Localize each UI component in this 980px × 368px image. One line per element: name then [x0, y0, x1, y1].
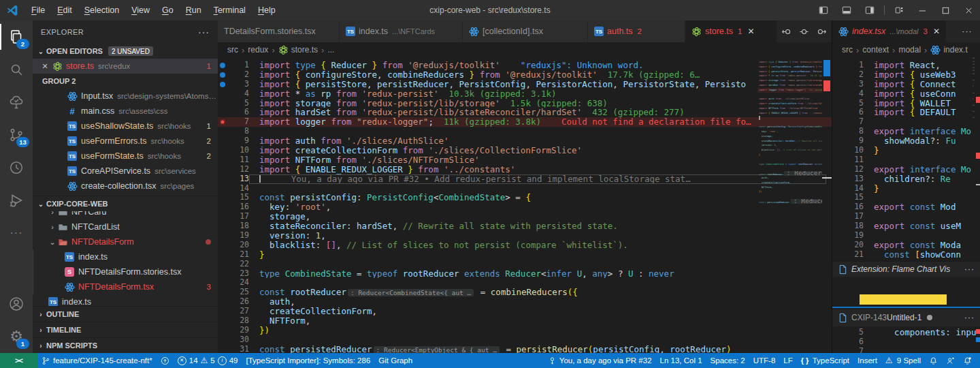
status-editor-mode[interactable]: Insert [853, 353, 881, 368]
gutter[interactable] [832, 337, 842, 347]
status-indentation[interactable]: Spaces: 2 [706, 353, 749, 368]
menu-go[interactable]: Go [156, 0, 180, 20]
gutter[interactable] [218, 108, 227, 117]
close-icon[interactable]: ✕ [747, 27, 754, 36]
gutter[interactable] [218, 89, 227, 99]
activity-search[interactable] [0, 53, 33, 86]
status-alerts[interactable] [925, 353, 942, 368]
open-editor-item-coreapiservice-ts[interactable]: TSCoreAPIService.tssrc\services [33, 164, 218, 179]
status-publish[interactable] [157, 353, 174, 368]
open-editor-item-store-ts[interactable]: ✕store.tssrc\redux1 [33, 59, 218, 74]
status-eol[interactable]: LF [779, 353, 796, 368]
gutter[interactable] [218, 307, 227, 316]
menu-help[interactable]: Help [252, 0, 282, 20]
gutter[interactable] [218, 202, 227, 212]
sidebar-more-actions-icon[interactable]: ··· [198, 27, 210, 37]
gutter[interactable] [218, 345, 227, 353]
pane-more-actions-icon[interactable]: ··· [960, 264, 975, 274]
breadcrumb-item[interactable]: src [227, 45, 238, 55]
activity-run-debug[interactable] [0, 184, 33, 217]
right-code-editor[interactable]: 1import React,2import { useWeb33import {… [832, 57, 980, 261]
workspace-header[interactable]: ⌄CXIP-CORE-WEB [33, 196, 218, 211]
activity-source-control[interactable]: 13 [0, 119, 33, 151]
activity-todo-tree[interactable] [0, 86, 33, 119]
gutter[interactable] [218, 174, 227, 184]
gutter[interactable] [218, 316, 227, 326]
gutter[interactable] [832, 202, 842, 212]
flame-chart-pane-header[interactable]: Extension: Flame Chart Vis ··· [832, 261, 980, 277]
gutter[interactable] [832, 212, 842, 221]
gutter[interactable] [832, 155, 842, 165]
status-branch[interactable]: feature/CXIP-145-create-nft* [37, 353, 157, 368]
open-editor-item-input-tsx[interactable]: Input.tsxsrc\design-systems\Atoms\I... [33, 89, 218, 104]
minimap[interactable]: import type { Reducer } from '@reduxjs/t… [757, 60, 822, 213]
section-timeline[interactable]: ›TIMELINE [33, 322, 218, 337]
menu-file[interactable]: File [25, 0, 51, 20]
gutter[interactable] [218, 241, 227, 250]
gutter[interactable] [218, 231, 227, 241]
gutter[interactable] [218, 260, 227, 269]
gutter[interactable] [218, 165, 227, 174]
nav-dot-icon[interactable] [795, 22, 813, 40]
breadcrumb-item[interactable]: store.ts [291, 45, 318, 55]
open-editor-item-create-collection-tsx[interactable]: create-collection.tsxsrc\pages [33, 179, 218, 194]
tree-item-index-ts[interactable]: TSindex.ts [33, 249, 218, 264]
minimize-button[interactable] [911, 0, 934, 20]
activity-account[interactable] [0, 288, 33, 320]
nav-forward-icon[interactable] [813, 22, 830, 40]
gutter[interactable] [218, 99, 227, 108]
menu-view[interactable]: View [125, 0, 156, 20]
open-editor-item-useshallowstate-ts[interactable]: TSuseShallowState.tssrc\hooks1 [33, 119, 218, 134]
gutter[interactable] [218, 184, 227, 194]
right-breadcrumbs[interactable]: src›context›modal›index.t [832, 42, 980, 57]
breadcrumb-item[interactable]: src [842, 45, 853, 55]
gutter[interactable] [218, 269, 227, 279]
untitled-pane-header[interactable]: CXIP-143 Untitled-1 ··· [832, 308, 980, 326]
breadcrumb-item[interactable]: context [862, 45, 889, 55]
gutter[interactable] [218, 155, 227, 165]
section-outline[interactable]: ›OUTLINE [33, 306, 218, 322]
breadcrumb-item[interactable]: ... [327, 45, 334, 55]
gutter[interactable] [832, 221, 842, 231]
untitled-pane-body[interactable]: 5 components: inpu67 [832, 326, 980, 354]
status-spell-checker[interactable]: ⚠9 Spell [881, 353, 925, 368]
tree-item-nftdetailsform[interactable]: ⌄NFTDetailsForm [33, 234, 218, 249]
remote-indicator[interactable]: >< [0, 353, 37, 368]
open-editor-item-useformerrors-ts[interactable]: TSuseFormErrors.tssrc\hooks2 [33, 134, 218, 149]
gutter[interactable] [832, 108, 842, 117]
right-more-actions-icon[interactable]: ··· [958, 22, 976, 40]
tab--collectionid-tsx[interactable]: [collectionId].tsx [463, 20, 588, 42]
gutter[interactable] [832, 70, 842, 80]
breadcrumb-item[interactable]: redux [248, 45, 268, 55]
gutter[interactable] [218, 288, 227, 297]
tab-index-ts[interactable]: TSindex.ts...\NFTCards [340, 20, 463, 42]
tree-item-nftdetailsform-stories-tsx[interactable]: SNFTDetailsForm.stories.tsx [33, 264, 218, 279]
tree-item-nftcardlist[interactable]: ›NFTCardList [33, 219, 218, 234]
main-code-editor[interactable]: 1import type { Reducer } from '@reduxjs/… [218, 57, 832, 353]
status-ts-importer[interactable]: [TypeScript Importer]: Symbols: 286 [242, 353, 375, 368]
status-encoding[interactable]: UTF-8 [749, 353, 780, 368]
open-editors-header[interactable]: ⌄OPEN EDITORS2 UNSAVED [33, 44, 218, 59]
close-icon[interactable]: ✕ [38, 62, 52, 71]
menu-edit[interactable]: Edit [51, 0, 78, 20]
gutter[interactable] [218, 212, 227, 221]
menu-terminal[interactable]: Terminal [208, 0, 252, 20]
gutter[interactable] [832, 250, 842, 260]
gutter[interactable] [832, 99, 842, 108]
tab-tdetailsform-stories-tsx[interactable]: TDetailsForm.stories.tsx [218, 20, 340, 42]
gutter[interactable] [832, 165, 842, 174]
activity-more-views[interactable]: ··· [0, 217, 33, 249]
gutter[interactable] [218, 335, 227, 345]
status-git-graph[interactable]: Git Graph [374, 353, 416, 368]
toggle-secondary-sidebar-icon[interactable] [858, 0, 881, 20]
close-icon[interactable]: ✕ [933, 27, 940, 36]
gutter[interactable] [832, 127, 842, 136]
gutter[interactable] [218, 146, 227, 155]
tab-store-ts[interactable]: store.ts1✕ [685, 20, 777, 42]
toggle-sidebar-icon[interactable] [812, 0, 835, 20]
gutter[interactable] [832, 61, 842, 70]
gutter[interactable] [218, 250, 227, 260]
gutter[interactable] [218, 70, 227, 80]
open-editor-item-main-css[interactable]: #main.csssrc\assets\css [33, 104, 218, 119]
activity-explorer[interactable]: 2 [0, 20, 33, 53]
